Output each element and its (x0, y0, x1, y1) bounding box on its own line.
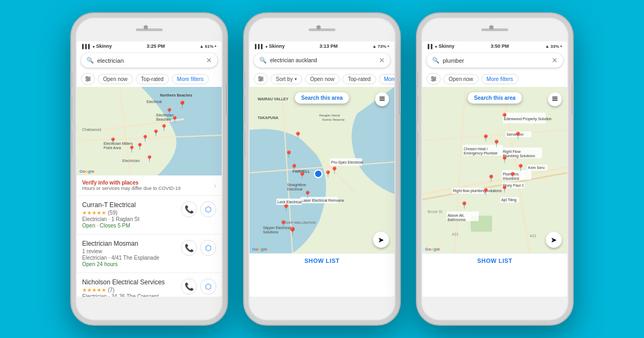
directions-btn-3[interactable]: ⬡ (200, 278, 216, 295)
navigate-btn-3[interactable]: ➤ (546, 232, 562, 248)
search-bar-3[interactable]: 🔍 ✕ (427, 53, 563, 68)
svg-text:Beaches: Beaches (156, 117, 171, 121)
vol-up-1 (70, 95, 72, 122)
speaker-1 (136, 28, 163, 31)
stars-1: ★★★★★ (82, 210, 106, 216)
phone-btn-2[interactable]: 📞 (181, 240, 197, 256)
directions-btn-1[interactable]: ⬡ (200, 201, 216, 217)
search-icon-2: 🔍 (259, 57, 267, 64)
svg-text:📍: 📍 (152, 129, 160, 137)
power-button-1 (226, 82, 228, 114)
show-list-2[interactable]: SHOW LIST (250, 253, 394, 268)
filter-sort-2[interactable]: Sort by ▾ (270, 74, 302, 84)
status-carrier-2: ▌▌▌ ⬥ Skinny (255, 43, 285, 49)
svg-text:📍: 📍 (298, 171, 307, 180)
svg-point-3 (86, 77, 88, 78)
search-input-3[interactable] (443, 57, 548, 64)
listing-1-nicholson[interactable]: Nicholson Electrical Services ★★★★★ (7) … (77, 273, 222, 297)
location-icon-2: ▲ (372, 44, 377, 49)
svg-text:📍: 📍 (500, 155, 509, 164)
close-icon-2[interactable]: ✕ (379, 56, 385, 64)
status-time-1: 3:25 PM (147, 43, 165, 49)
filter-open-now-3[interactable]: Open now (443, 74, 479, 84)
svg-text:📍: 📍 (487, 174, 496, 183)
status-carrier-3: ▌▌ ⬥ Skinny (428, 43, 455, 49)
carrier-label-2: Skinny (269, 43, 285, 49)
status-carrier-1: ▌▌▌ ⬥ Skinny (82, 43, 112, 49)
phone-3: ▌▌ ⬥ Skinny 3:50 PM ▲ 33% ▪ 🔍 ✕ (417, 13, 573, 325)
svg-text:Pro-Spec Electrical: Pro-Spec Electrical (331, 160, 363, 165)
filter-options-btn-1[interactable] (81, 73, 95, 85)
camera-2 (317, 25, 321, 30)
status-battery-3: ▲ 33% ▪ (545, 43, 562, 49)
listing-actions-1: 📞 ⬡ (181, 201, 216, 217)
svg-text:Electrician Millers: Electrician Millers (104, 142, 133, 145)
search-bar-2[interactable]: 🔍 ✕ (254, 53, 390, 68)
svg-text:📍: 📍 (481, 134, 491, 143)
filter-more-1[interactable]: More filters (172, 74, 209, 84)
svg-text:A21: A21 (452, 232, 459, 236)
listing-status-1: Open · Closes 5 PM (82, 223, 181, 229)
vol-down-3 (416, 130, 418, 157)
svg-point-74 (434, 78, 436, 80)
filter-open-now-1[interactable]: Open now (98, 74, 133, 84)
location-icon-1: ▲ (200, 44, 204, 49)
phone-btn-3[interactable]: 📞 (181, 278, 197, 295)
close-icon-1[interactable]: ✕ (206, 56, 212, 64)
covid-sub-1: Hours or services may differ due to COVI… (82, 186, 180, 191)
filter-top-rated-2[interactable]: Top-rated (342, 74, 376, 84)
search-icon-3: 🔍 (432, 57, 440, 64)
filter-more-3[interactable]: More filters (481, 74, 518, 84)
svg-text:Point Area: Point Area (104, 146, 121, 150)
covid-verify-1: Verify info with places (82, 180, 180, 186)
svg-point-73 (432, 77, 434, 78)
signal-icon-2: ▌▌▌ (255, 44, 264, 49)
filter-top-rated-1[interactable]: Top-rated (136, 74, 169, 84)
listing-1-mosman[interactable]: Electrician Mosman 1 review Electrician … (77, 234, 222, 273)
filter-bar-2: Sort by ▾ Open now Top-rated More (250, 71, 394, 87)
svg-text:📍: 📍 (290, 163, 299, 172)
search-area-btn-3[interactable]: Search this area (467, 92, 522, 104)
search-input-1[interactable] (97, 57, 203, 64)
map-area-1[interactable]: Northern Beaches Electrical Electrician … (77, 87, 222, 175)
map-area-2[interactable]: WAIRAU VALLEY TAKAPUNA PARNELL Straightl… (250, 87, 394, 253)
svg-text:Right flow plumbing solutions: Right flow plumbing solutions (453, 189, 502, 193)
battery-label-3: 33% (551, 44, 559, 49)
map-area-3[interactable]: Edenwood Property Solution Servecom Chos… (422, 87, 567, 253)
show-list-3[interactable]: SHOW LIST (422, 253, 567, 268)
sort-chevron-2: ▾ (295, 77, 297, 82)
status-battery-2: ▲ 73% ▪ (372, 43, 389, 49)
covid-notice-1[interactable]: Verify info with places Hours or service… (77, 175, 222, 196)
filter-more-2[interactable]: More (379, 74, 394, 84)
close-icon-3[interactable]: ✕ (552, 56, 558, 64)
status-bar-2: ▌▌▌ ⬥ Skinny 3:13 PM ▲ 73% ▪ (250, 41, 394, 50)
svg-text:Solutions: Solutions (263, 230, 279, 234)
svg-text:Kem Serv.: Kem Serv. (528, 166, 545, 170)
svg-text:WAIRAU VALLEY: WAIRAU VALLEY (258, 97, 289, 101)
svg-text:📍: 📍 (500, 185, 509, 194)
search-bar-1[interactable]: 🔍 ✕ (81, 53, 217, 68)
layers-btn-3[interactable] (548, 92, 562, 106)
signal-icon-3: ▌▌ (428, 44, 434, 49)
filter-options-btn-3[interactable] (427, 73, 441, 85)
directions-btn-2[interactable]: ⬡ (200, 240, 216, 256)
phone-screen-1: ▌▌▌ ⬥ Skinny 3:25 PM ▲ 61% ▪ 🔍 ✕ (77, 41, 222, 297)
svg-text:📍: 📍 (160, 123, 168, 131)
filter-options-btn-2[interactable] (254, 73, 268, 85)
phone-btn-1[interactable]: 📞 (181, 201, 197, 217)
svg-text:Laser Electrical Remuera: Laser Electrical Remuera (302, 199, 344, 202)
filter-open-now-2[interactable]: Open now (305, 74, 340, 84)
listing-1-curran[interactable]: Curran-T Electrical ★★★★★ (59) Electrici… (77, 196, 222, 234)
navigate-btn-2[interactable]: ➤ (373, 232, 389, 248)
vol-up-2 (243, 95, 245, 122)
layers-btn-2[interactable] (375, 92, 389, 106)
search-area-btn-2[interactable]: Search this area (295, 92, 349, 104)
listing-actions-3: 📞 ⬡ (181, 278, 216, 295)
svg-text:📍: 📍 (128, 145, 136, 153)
speaker-3 (481, 28, 508, 31)
search-input-2[interactable] (270, 57, 376, 63)
svg-text:Scenic Reserve: Scenic Reserve (322, 118, 345, 121)
svg-text:📍: 📍 (287, 226, 298, 237)
battery-icon-3: ▪ (560, 43, 562, 49)
carrier-label-3: Skinny (438, 43, 455, 49)
